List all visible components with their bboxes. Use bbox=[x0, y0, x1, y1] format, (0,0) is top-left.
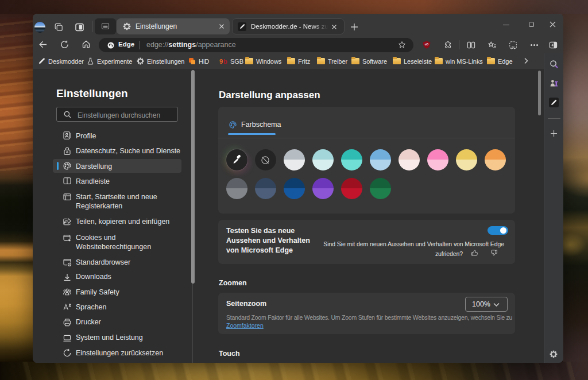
svg-text:b: b bbox=[223, 58, 227, 65]
svg-text:9: 9 bbox=[219, 58, 223, 65]
svg-text:uO: uO bbox=[425, 43, 429, 46]
